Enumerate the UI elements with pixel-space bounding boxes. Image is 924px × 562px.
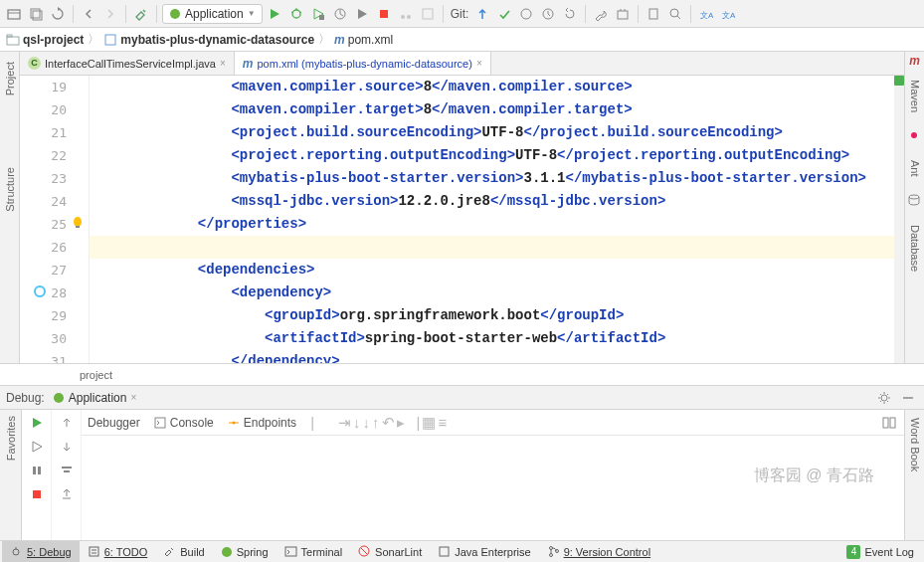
side-wordbook[interactable]: Word Book (909, 414, 921, 475)
crumb-item[interactable]: project (80, 369, 112, 381)
branch-icon (547, 545, 560, 558)
svg-rect-27 (7, 35, 12, 37)
wrench-icon[interactable] (591, 4, 611, 24)
settings-icon[interactable] (613, 4, 633, 24)
separator (156, 5, 157, 23)
emulator-icon[interactable] (644, 4, 663, 24)
back-icon[interactable] (79, 4, 98, 24)
compile-icon[interactable] (418, 4, 438, 24)
filter-icon[interactable] (58, 462, 76, 479)
sb-build[interactable]: Build (155, 541, 212, 563)
svg-point-14 (407, 15, 411, 19)
close-icon[interactable]: × (220, 58, 226, 69)
export-icon[interactable] (58, 485, 76, 503)
step-out-icon[interactable]: ↑ (372, 414, 380, 431)
down-icon[interactable] (58, 438, 76, 456)
svg-text:文A: 文A (700, 11, 713, 20)
breadcrumb-module[interactable]: mybatis-plus-dynamic-datasource (103, 33, 314, 47)
search-everywhere-icon[interactable] (665, 4, 685, 24)
side-project[interactable]: Project (4, 58, 16, 99)
editor-tab-pom[interactable]: m pom.xml (mybatis-plus-dynamic-datasour… (235, 52, 491, 75)
pause-icon[interactable] (28, 462, 46, 479)
close-icon[interactable]: × (130, 392, 136, 403)
side-ant[interactable]: Ant (909, 156, 921, 181)
minimize-icon[interactable] (898, 388, 918, 408)
force-step-icon[interactable]: ↓ (363, 414, 371, 431)
run-icon[interactable] (265, 4, 284, 24)
git-label: Git: (449, 7, 471, 21)
git-compare-icon[interactable] (516, 4, 536, 24)
svg-rect-8 (319, 15, 324, 20)
project-icon[interactable] (2, 103, 18, 119)
git-commit-icon[interactable] (494, 4, 514, 24)
sb-event-log[interactable]: 4 Event Log (838, 541, 922, 563)
gutter-marker-icon[interactable] (33, 284, 47, 298)
separator (690, 5, 691, 23)
tab-console[interactable]: Console (154, 416, 214, 430)
stop-icon[interactable] (374, 4, 394, 24)
sb-version-control[interactable]: 9: Version Control (539, 541, 658, 563)
save-all-icon[interactable] (26, 4, 46, 24)
stop-icon[interactable] (28, 485, 46, 503)
translate-icon[interactable]: 文A (696, 4, 716, 24)
chevron-right-icon: 〉 (88, 31, 99, 48)
refresh-icon[interactable] (48, 4, 68, 24)
error-stripe[interactable] (894, 76, 904, 363)
run-config-selector[interactable]: Application ▼ (162, 4, 263, 24)
up-icon[interactable] (58, 414, 76, 432)
drop-frame-icon[interactable]: ↶ (382, 414, 395, 432)
database-icon[interactable] (907, 193, 923, 209)
build-icon[interactable] (131, 4, 151, 24)
sb-spring[interactable]: Spring (213, 541, 277, 563)
editor-body[interactable]: 19 20 21 22 23 24 25 26 27 28 29 30 31 <… (20, 76, 904, 363)
editor-tab-java[interactable]: C InterfaceCallTimesServiceImpl.java × (20, 52, 235, 75)
sb-todo[interactable]: 6: TODO (80, 541, 156, 563)
gear-icon[interactable] (874, 388, 894, 408)
translate2-icon[interactable]: 文A (718, 4, 738, 24)
trace-icon[interactable]: ≡ (438, 414, 447, 431)
sb-terminal[interactable]: Terminal (277, 541, 351, 563)
git-rollback-icon[interactable] (560, 4, 580, 24)
git-update-icon[interactable] (472, 4, 492, 24)
side-structure[interactable]: Structure (4, 163, 16, 216)
sb-java-enterprise[interactable]: Java Enterprise (430, 541, 538, 563)
chevron-right-icon: 〉 (318, 31, 330, 48)
tab-endpoints-label: Endpoints (244, 416, 296, 430)
debug-body: Favorites Debugger Console End (0, 410, 924, 540)
sb-debug[interactable]: 5: Debug (2, 541, 80, 563)
git-history-icon[interactable] (538, 4, 558, 24)
run-to-cursor-icon[interactable]: ▸ (397, 414, 405, 432)
evaluate-icon[interactable]: ▦ (422, 414, 436, 432)
layout-icon[interactable] (880, 414, 898, 432)
close-icon[interactable]: × (476, 58, 482, 69)
side-favorites[interactable]: Favorites (5, 412, 17, 465)
side-maven[interactable]: Maven (909, 76, 921, 116)
forward-icon[interactable] (100, 4, 120, 24)
open-icon[interactable] (4, 4, 24, 24)
maven-icon[interactable]: m (909, 54, 920, 68)
step-over-icon[interactable]: ⇥ (338, 414, 351, 432)
rerun-icon[interactable] (28, 414, 46, 432)
debug-app-tab[interactable]: Application × (53, 391, 137, 405)
debug-icon[interactable] (286, 4, 306, 24)
svg-rect-39 (33, 490, 41, 498)
step-into-icon[interactable]: ↓ (353, 414, 361, 431)
breadcrumb-project[interactable]: qsl-project (6, 33, 84, 47)
ant-icon[interactable] (907, 128, 923, 144)
gradle-icon[interactable] (396, 4, 416, 24)
profile-icon[interactable] (330, 4, 350, 24)
tab-endpoints[interactable]: Endpoints (228, 416, 296, 430)
svg-rect-37 (33, 467, 36, 474)
svg-rect-40 (62, 467, 72, 468)
rerun2-icon[interactable] (28, 438, 46, 456)
bulb-icon[interactable] (71, 216, 85, 230)
svg-rect-45 (890, 418, 895, 428)
code-area[interactable]: <maven.compiler.source>8</maven.compiler… (90, 76, 904, 363)
sb-sonarlint[interactable]: SonarLint (350, 541, 430, 563)
side-database[interactable]: Database (909, 221, 921, 276)
console-output[interactable]: 博客园 @ 青石路 (82, 436, 904, 540)
attach-icon[interactable] (352, 4, 372, 24)
breadcrumb-file[interactable]: m pom.xml (334, 33, 393, 47)
coverage-icon[interactable] (308, 4, 328, 24)
tab-debugger[interactable]: Debugger (88, 416, 140, 430)
